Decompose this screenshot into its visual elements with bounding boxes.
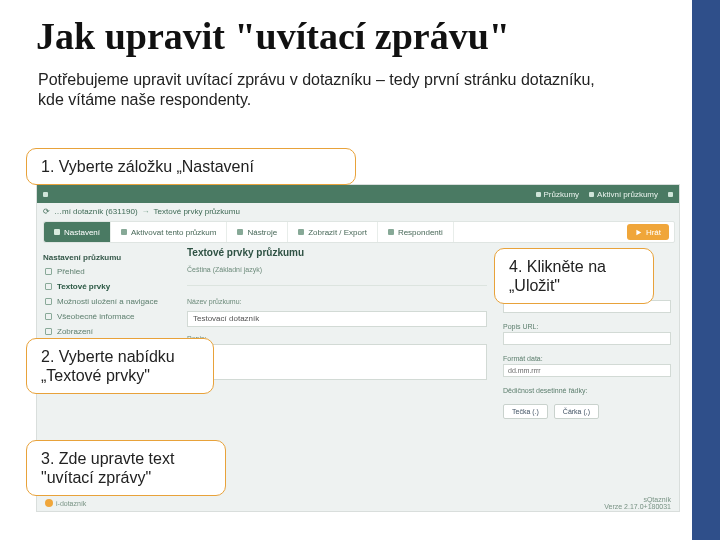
reload-icon[interactable]: ⟳ — [43, 207, 50, 216]
sidebar-group-title: Nastavení průzkumu — [43, 253, 179, 262]
lang-label: Čeština (Základní jazyk) — [187, 266, 487, 273]
list-icon — [589, 192, 594, 197]
footer-version: sQtazník Verze 2.17.0+180031 — [604, 496, 671, 510]
sidebar-item-label: Zobrazení — [57, 327, 93, 336]
date-format-input[interactable] — [503, 364, 671, 377]
sidebar-item-label: Všeobecné informace — [57, 312, 134, 321]
survey-name-input[interactable] — [187, 311, 487, 327]
app-topbar: Průzkumy Aktivní průzkumy — [37, 185, 679, 203]
survey-desc-input[interactable] — [187, 344, 487, 380]
breadcrumb-item[interactable]: Textové prvky průzkumu — [154, 207, 240, 216]
decimal-label: Dědičnost desetinné řádky: — [503, 387, 671, 394]
wrench-icon — [237, 229, 243, 235]
sidebar-item-general[interactable]: Všeobecné informace — [43, 309, 179, 324]
tab-label: Zobrazit / Export — [308, 228, 367, 237]
check-icon — [536, 192, 541, 197]
slide-subtitle: Potřebujeme upravit uvítací zprávu v dot… — [38, 70, 598, 110]
chevron-right-icon: → — [142, 207, 150, 216]
topnav-label: Průzkumy — [544, 190, 580, 199]
topnav-item[interactable]: Aktivní průzkumy — [589, 190, 658, 199]
sidebar-item-label: Textové prvky — [57, 282, 110, 291]
tab-strip: Nastavení Aktivovat tento průzkum Nástro… — [43, 221, 675, 243]
user-icon — [668, 192, 673, 197]
sidebar-item-text-elements[interactable]: Textové prvky — [43, 279, 179, 294]
app-footer: i-dotazník sQtazník Verze 2.17.0+180031 — [37, 495, 679, 511]
main-panel: Textové prvky průzkumu Čeština (Základní… — [187, 247, 487, 384]
panel-heading: Textové prvky průzkumu — [187, 247, 487, 258]
desc-label: Popis: — [187, 335, 487, 342]
sidebar-item-save-nav[interactable]: Možnosti uložení a navigace — [43, 294, 179, 309]
tab-respondents[interactable]: Respondenti — [378, 222, 454, 242]
sidebar-item-label: Možnosti uložení a navigace — [57, 297, 158, 306]
callout-step-4: 4. Klikněte na „Uložit" — [494, 248, 654, 304]
tab-tools[interactable]: Nástroje — [227, 222, 288, 242]
slide: Jak upravit "uvítací zprávu" Potřebujeme… — [0, 0, 720, 540]
sidebar-item-overview[interactable]: Přehled — [43, 264, 179, 279]
tab-label: Nástroje — [247, 228, 277, 237]
play-triangle-icon — [635, 229, 642, 236]
url-desc-input[interactable] — [503, 332, 671, 345]
brand-dot-icon — [45, 499, 53, 507]
sidebar-item-display[interactable]: Zobrazení — [43, 324, 179, 339]
date-format-label: Formát data: — [503, 355, 671, 362]
tab-label: Aktivovat tento průzkum — [131, 228, 216, 237]
play-button[interactable]: Hrát — [627, 224, 669, 240]
tab-export[interactable]: Zobrazit / Export — [288, 222, 378, 242]
accent-bar — [692, 0, 720, 540]
eye-icon — [45, 328, 52, 335]
name-label: Název průzkumu: — [187, 298, 487, 305]
brand-name: i-dotazník — [56, 500, 86, 507]
play-icon — [121, 229, 127, 235]
doc-icon — [45, 268, 52, 275]
tab-activate[interactable]: Aktivovat tento průzkum — [111, 222, 227, 242]
footer-brand: i-dotazník — [45, 499, 86, 507]
users-icon — [388, 229, 394, 235]
callout-step-1: 1. Vyberte záložku „Nastavení — [26, 148, 356, 185]
callout-step-2: 2. Vyberte nabídku „Textové prvky" — [26, 338, 214, 394]
menu-icon[interactable] — [43, 192, 48, 197]
decimal-comma-button[interactable]: Čárka (,) — [554, 404, 599, 419]
slide-title: Jak upravit "uvítací zprávu" — [36, 14, 510, 58]
gear-icon — [54, 229, 60, 235]
topnav-label: Aktivní průzkumy — [597, 190, 658, 199]
info-icon — [45, 313, 52, 320]
url-desc-label: Popis URL: — [503, 323, 671, 330]
tab-label: Nastavení — [64, 228, 100, 237]
callout-step-3: 3. Zde upravte text "uvítací zprávy" — [26, 440, 226, 496]
tab-settings[interactable]: Nastavení — [44, 222, 111, 242]
text-icon — [45, 283, 52, 290]
tab-label: Respondenti — [398, 228, 443, 237]
divider — [187, 285, 487, 286]
topnav-item[interactable] — [668, 192, 673, 197]
save-icon — [45, 298, 52, 305]
sidebar-item-label: Přehled — [57, 267, 85, 276]
breadcrumb: ⟳ …mí dotazník (631190) → Textové prvky … — [43, 207, 240, 216]
topnav-item[interactable]: Průzkumy — [536, 190, 580, 199]
decimal-dot-button[interactable]: Tečka (.) — [503, 404, 548, 419]
export-icon — [298, 229, 304, 235]
breadcrumb-item[interactable]: …mí dotazník (631190) — [54, 207, 138, 216]
play-label: Hrát — [646, 228, 661, 237]
